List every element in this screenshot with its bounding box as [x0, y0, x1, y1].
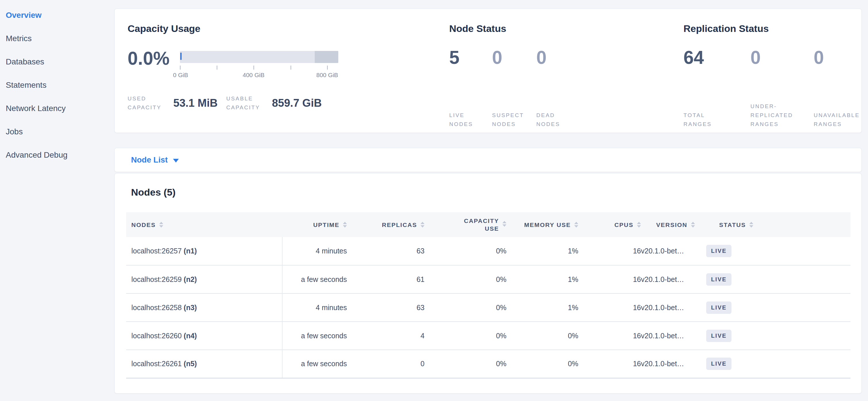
node-capacity-use: 0% — [425, 237, 506, 265]
sort-icon[interactable] — [637, 222, 641, 228]
node-uptime: a few seconds — [282, 265, 347, 293]
node-id: (n2) — [184, 275, 197, 283]
capacity-usage-section: Capacity Usage 0.0% — [128, 23, 449, 121]
under-replicated-ranges-label: UNDER-REPLICATED RANGES — [750, 102, 796, 128]
node-cpus: 16 — [578, 237, 641, 265]
table-row-node-2[interactable]: localhost:26259 (n2) a few seconds 61 0%… — [126, 265, 850, 293]
node-version: v20.1.0-bet… — [641, 237, 706, 265]
node-address: localhost:26259 — [131, 275, 182, 283]
live-nodes-label: LIVE NODES — [449, 111, 484, 128]
nodes-table: NODES UPTIME REPLICAS CAPACITY USE MEMOR — [126, 212, 850, 378]
table-row-node-1[interactable]: localhost:26257 (n1) 4 minutes 63 0% 1% … — [126, 237, 850, 265]
node-version: v20.1.0-bet… — [641, 293, 706, 322]
column-header-cpus[interactable]: CPUS — [578, 212, 641, 237]
axis-tick-label-800: 800 GiB — [316, 71, 338, 79]
node-uptime: a few seconds — [282, 350, 347, 378]
sidebar-item-metrics[interactable]: Metrics — [0, 27, 114, 50]
total-ranges-value: 64 — [683, 48, 750, 67]
status-badge: LIVE — [706, 330, 732, 342]
column-header-capacity-use-label: CAPACITY USE — [462, 217, 499, 232]
sort-icon[interactable] — [421, 222, 425, 228]
node-capacity-use: 0% — [425, 350, 506, 378]
status-badge: LIVE — [706, 302, 732, 314]
node-address: localhost:26261 — [131, 360, 182, 368]
column-header-replicas[interactable]: REPLICAS — [347, 212, 425, 237]
node-cpus: 16 — [578, 322, 641, 350]
node-memory-use: 1% — [506, 237, 578, 265]
total-ranges-stat: 64 TOTAL RANGES — [683, 48, 750, 128]
column-header-capacity-use[interactable]: CAPACITY USE — [425, 212, 506, 237]
node-status-section: Node Status 5 LIVE NODES 0 SUSPECT NODES… — [449, 23, 683, 121]
node-memory-use: 0% — [506, 322, 578, 350]
column-header-nodes[interactable]: NODES — [126, 212, 282, 237]
node-memory-use: 1% — [506, 293, 578, 322]
axis-tick-label-400: 400 GiB — [243, 71, 265, 79]
sort-icon[interactable] — [749, 222, 753, 228]
status-badge: LIVE — [706, 273, 732, 286]
node-id: (n5) — [184, 360, 197, 368]
nodes-table-card: Nodes (5) NODES UPTIME RE — [114, 173, 862, 394]
capacity-bar-used-marker — [180, 53, 182, 60]
node-replicas: 61 — [347, 265, 425, 293]
column-header-status[interactable]: STATUS — [706, 212, 850, 237]
sidebar-item-statements[interactable]: Statements — [0, 74, 114, 97]
capacity-bar-chart: 0 GiB 400 GiB 800 GiB — [180, 49, 338, 79]
node-replicas: 63 — [347, 293, 425, 322]
node-id: (n1) — [184, 247, 197, 255]
sidebar-item-overview[interactable]: Overview — [0, 3, 114, 27]
chevron-down-icon — [173, 159, 179, 163]
table-row-node-3[interactable]: localhost:26258 (n3) 4 minutes 63 0% 1% … — [126, 293, 850, 322]
node-address: localhost:26257 — [131, 247, 182, 255]
unavailable-ranges-label: UNAVAILABLE RANGES — [814, 111, 859, 128]
sidebar-item-jobs[interactable]: Jobs — [0, 120, 114, 143]
node-replicas: 4 — [347, 322, 425, 350]
unavailable-ranges-stat: 0 UNAVAILABLE RANGES — [814, 48, 859, 128]
column-header-uptime[interactable]: UPTIME — [282, 212, 347, 237]
node-cpus: 16 — [578, 293, 641, 322]
usable-capacity-stat: USABLE CAPACITY 859.7 GiB — [226, 94, 321, 112]
column-header-nodes-label: NODES — [131, 221, 156, 229]
capacity-used-percent: 0.0% — [128, 49, 180, 79]
suspect-nodes-value: 0 — [492, 48, 535, 67]
node-capacity-use: 0% — [425, 265, 506, 293]
node-address: localhost:26258 — [131, 304, 182, 312]
replication-status-section: Replication Status 64 TOTAL RANGES 0 UND… — [683, 23, 859, 121]
sort-icon[interactable] — [343, 222, 347, 228]
capacity-bar — [180, 51, 338, 63]
under-replicated-ranges-stat: 0 UNDER-REPLICATED RANGES — [750, 48, 814, 128]
capacity-bar-other-segment — [315, 51, 338, 63]
node-cpus: 16 — [578, 265, 641, 293]
capacity-usage-title: Capacity Usage — [128, 23, 449, 34]
column-header-version[interactable]: VERSION — [641, 212, 706, 237]
sort-icon[interactable] — [502, 221, 506, 227]
column-header-memory-use[interactable]: MEMORY USE — [506, 212, 578, 237]
capacity-bar-usable-segment — [180, 51, 315, 63]
total-ranges-label: TOTAL RANGES — [683, 111, 729, 128]
sidebar-item-databases[interactable]: Databases — [0, 50, 114, 74]
live-nodes-value: 5 — [449, 48, 491, 67]
unavailable-ranges-value: 0 — [814, 48, 859, 67]
node-version: v20.1.0-bet… — [641, 350, 706, 378]
dead-nodes-stat: 0 DEAD NODES — [536, 48, 578, 128]
sidebar-item-advanced-debug[interactable]: Advanced Debug — [0, 143, 114, 167]
node-list-dropdown[interactable]: Node List — [131, 155, 179, 165]
status-badge: LIVE — [706, 357, 732, 370]
sort-icon[interactable] — [574, 222, 578, 228]
node-memory-use: 0% — [506, 350, 578, 378]
usable-capacity-value: 859.7 GiB — [272, 97, 321, 109]
dead-nodes-value: 0 — [536, 48, 578, 67]
node-capacity-use: 0% — [425, 322, 506, 350]
table-row-node-5[interactable]: localhost:26261 (n5) a few seconds 0 0% … — [126, 350, 850, 378]
capacity-axis: 0 GiB 400 GiB 800 GiB — [180, 63, 338, 79]
dead-nodes-label: DEAD NODES — [536, 111, 571, 128]
node-address: localhost:26260 — [131, 332, 182, 340]
nodes-table-title: Nodes (5) — [126, 187, 850, 198]
sidebar-item-network-latency[interactable]: Network Latency — [0, 97, 114, 120]
node-memory-use: 1% — [506, 265, 578, 293]
table-row-node-4[interactable]: localhost:26260 (n4) a few seconds 4 0% … — [126, 322, 850, 350]
column-header-memory-use-label: MEMORY USE — [524, 221, 571, 229]
column-header-uptime-label: UPTIME — [313, 221, 339, 229]
column-header-cpus-label: CPUS — [615, 221, 633, 229]
sort-icon[interactable] — [159, 222, 163, 228]
sort-icon[interactable] — [691, 222, 695, 228]
